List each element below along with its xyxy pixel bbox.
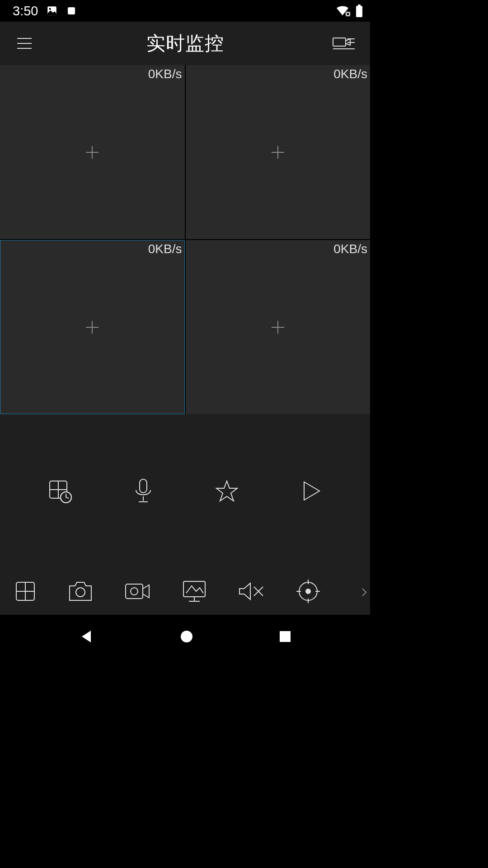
plus-icon bbox=[83, 318, 101, 336]
snapshot-button[interactable] bbox=[68, 580, 93, 602]
more-tools-button[interactable] bbox=[361, 587, 367, 598]
image-icon bbox=[46, 5, 58, 17]
video-record-icon bbox=[124, 580, 151, 602]
camera-slot-4[interactable]: 0KB/s bbox=[186, 240, 371, 414]
grid-layout-button[interactable] bbox=[14, 580, 37, 603]
grid-clock-icon bbox=[47, 478, 72, 504]
svg-rect-2 bbox=[68, 7, 75, 14]
camera-icon bbox=[68, 580, 93, 602]
nav-back-icon bbox=[79, 629, 94, 644]
bitrate-label: 0KB/s bbox=[333, 67, 367, 81]
svg-rect-50 bbox=[280, 631, 291, 642]
mute-button[interactable] bbox=[238, 580, 265, 602]
svg-point-1 bbox=[49, 8, 51, 10]
svg-point-44 bbox=[306, 589, 310, 594]
grid-timeline-button[interactable] bbox=[46, 478, 73, 504]
status-bar: 3:50 bbox=[0, 0, 370, 22]
bitrate-label: 0KB/s bbox=[333, 242, 367, 256]
svg-point-35 bbox=[76, 588, 85, 597]
nav-home-button[interactable] bbox=[180, 630, 193, 643]
bitrate-label: 0KB/s bbox=[148, 67, 182, 81]
chevron-right-icon bbox=[361, 587, 367, 598]
mute-icon bbox=[238, 580, 265, 602]
camera-list-button[interactable] bbox=[332, 33, 356, 53]
svg-rect-6 bbox=[356, 6, 362, 17]
microphone-icon bbox=[131, 477, 156, 505]
status-time: 3:50 bbox=[13, 4, 38, 19]
plus-icon bbox=[269, 318, 287, 336]
bottom-toolbar bbox=[0, 570, 370, 615]
nav-recent-button[interactable] bbox=[279, 630, 291, 643]
camera-slot-2[interactable]: 0KB/s bbox=[186, 65, 371, 239]
svg-point-37 bbox=[131, 588, 138, 595]
svg-rect-29 bbox=[140, 479, 147, 493]
header: 实时监控 bbox=[0, 22, 370, 65]
favorite-button[interactable] bbox=[213, 478, 240, 504]
microphone-button[interactable] bbox=[130, 477, 157, 505]
svg-rect-5 bbox=[358, 5, 361, 6]
play-button[interactable] bbox=[297, 478, 324, 504]
controls-area bbox=[0, 414, 370, 615]
record-button[interactable] bbox=[124, 580, 151, 602]
camera-grid: 0KB/s 0KB/s 0KB/s 0KB/s bbox=[0, 65, 370, 414]
ptz-target-button[interactable] bbox=[296, 579, 321, 604]
page-title: 实时监控 bbox=[146, 31, 224, 56]
quick-actions-row bbox=[0, 414, 370, 532]
wifi-error-icon bbox=[337, 5, 350, 16]
star-icon bbox=[214, 478, 239, 504]
bitrate-label: 0KB/s bbox=[148, 242, 182, 256]
svg-point-49 bbox=[181, 631, 192, 642]
nav-back-button[interactable] bbox=[79, 629, 94, 644]
screen-stream-icon bbox=[182, 580, 207, 603]
svg-rect-36 bbox=[126, 584, 143, 599]
nav-home-icon bbox=[180, 630, 193, 643]
battery-icon bbox=[356, 5, 363, 17]
status-left: 3:50 bbox=[13, 4, 77, 19]
grid-icon bbox=[14, 580, 37, 603]
camera-slot-3[interactable]: 0KB/s bbox=[0, 240, 185, 414]
nav-recent-icon bbox=[279, 630, 291, 643]
screen-stream-button[interactable] bbox=[182, 580, 207, 603]
play-icon bbox=[298, 478, 323, 504]
system-nav-bar bbox=[0, 615, 370, 658]
svg-rect-10 bbox=[333, 38, 346, 46]
camera-slot-1[interactable]: 0KB/s bbox=[0, 65, 185, 239]
square-icon bbox=[66, 5, 77, 16]
menu-icon bbox=[14, 33, 34, 53]
status-right bbox=[337, 5, 363, 17]
plus-icon bbox=[83, 143, 101, 161]
target-icon bbox=[296, 579, 321, 604]
camera-list-icon bbox=[332, 33, 356, 53]
plus-icon bbox=[269, 143, 287, 161]
app-root: 3:50 bbox=[0, 0, 370, 658]
menu-button[interactable] bbox=[14, 33, 34, 53]
